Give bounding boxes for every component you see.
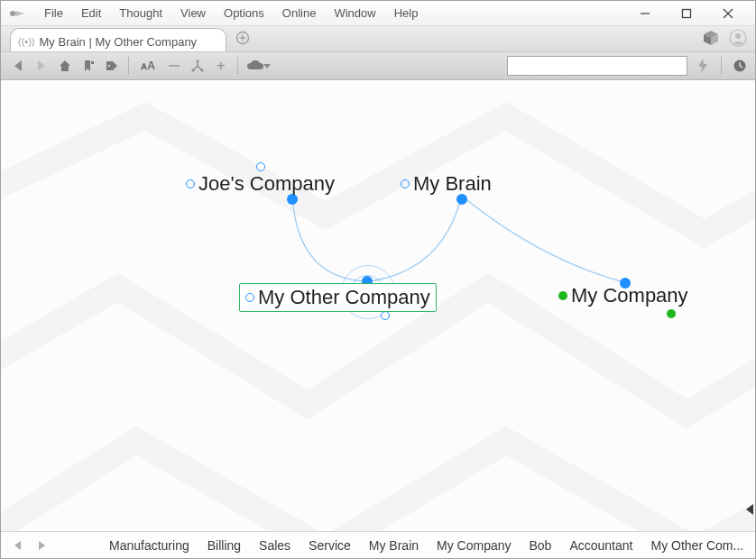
box-icon[interactable] — [701, 28, 721, 48]
svg-marker-14 — [14, 60, 22, 71]
crumb-item[interactable]: My Company — [437, 538, 511, 553]
layout-button[interactable] — [188, 56, 207, 76]
window-close-button[interactable] — [715, 5, 741, 23]
crumb-item[interactable]: Sales — [259, 538, 290, 553]
toolbar: ᴀA + — [1, 51, 755, 80]
window-maximize-button[interactable] — [674, 5, 699, 23]
svg-point-13 — [735, 33, 741, 39]
map-pin-icon[interactable] — [78, 56, 98, 76]
svg-rect-17 — [91, 61, 94, 64]
node-gate-icon — [401, 179, 410, 188]
history-forward-button[interactable] — [32, 536, 51, 555]
svg-marker-28 — [698, 59, 707, 73]
crumb-item[interactable]: Bob — [530, 538, 552, 553]
thought-node-my-company[interactable]: My Company — [558, 284, 688, 307]
wander-button[interactable] — [164, 56, 184, 76]
node-child-dot-icon[interactable] — [667, 309, 676, 318]
app-logo-icon — [6, 4, 26, 23]
svg-point-25 — [192, 69, 195, 72]
menu-options[interactable]: Options — [215, 5, 273, 22]
breadcrumb-history: Manufacturing Billing Sales Service My B… — [55, 538, 748, 553]
thought-node-joes-company[interactable]: Joe's Company — [186, 172, 335, 196]
add-tab-button[interactable] — [235, 31, 250, 48]
svg-marker-27 — [263, 64, 271, 69]
tab-title: My Brain | My Other Company — [40, 35, 198, 49]
crumb-item[interactable]: My Brain — [369, 538, 419, 553]
node-label: My Brain — [413, 172, 492, 196]
font-size-button[interactable]: ᴀA — [135, 56, 161, 76]
toolbar-separator — [128, 57, 129, 75]
svg-marker-15 — [38, 60, 45, 71]
svg-point-24 — [197, 60, 199, 63]
plex-canvas[interactable]: Joe's Company My Brain My Other Company … — [1, 80, 755, 531]
nav-forward-button[interactable] — [32, 56, 51, 76]
menu-file[interactable]: File — [35, 5, 72, 22]
toolbar-separator — [721, 57, 722, 75]
thought-node-my-brain[interactable]: My Brain — [401, 172, 492, 196]
tag-icon[interactable] — [102, 56, 122, 76]
user-avatar-icon[interactable] — [728, 28, 748, 48]
thought-node-my-other-company-active[interactable]: My Other Company — [239, 283, 437, 312]
clock-icon[interactable] — [730, 56, 750, 76]
svg-rect-3 — [683, 10, 691, 18]
node-gate-icon — [245, 293, 254, 302]
crumb-item[interactable]: Manufacturing — [109, 538, 189, 553]
node-type-dot-icon — [558, 291, 567, 300]
menu-window[interactable]: Window — [325, 5, 384, 22]
zoom-in-button[interactable]: + — [211, 56, 231, 76]
link-gate[interactable] — [256, 162, 265, 171]
instant-activate-icon[interactable] — [693, 56, 713, 76]
menu-view[interactable]: View — [171, 5, 215, 22]
svg-point-0 — [10, 11, 15, 16]
broadcast-icon: ((•)) — [18, 36, 35, 47]
window-minimize-button[interactable] — [632, 5, 658, 23]
crumb-item[interactable]: My Other Com... — [650, 538, 743, 553]
history-back-button[interactable] — [8, 536, 28, 555]
node-gate-icon — [186, 179, 195, 188]
menu-edit[interactable]: Edit — [72, 5, 110, 22]
cloud-sync-button[interactable] — [244, 56, 272, 76]
tab-strip: ((•)) My Brain | My Other Company — [1, 26, 755, 51]
svg-marker-33 — [39, 541, 45, 550]
nav-back-button[interactable] — [8, 56, 28, 76]
menu-bar: File Edit Thought View Options Online Wi… — [1, 1, 755, 26]
node-label: Joe's Company — [198, 172, 335, 196]
app-window: File Edit Thought View Options Online Wi… — [0, 0, 756, 559]
svg-marker-32 — [14, 541, 21, 550]
crumb-item[interactable]: Service — [309, 538, 351, 553]
menu-online[interactable]: Online — [273, 5, 326, 22]
menu-help[interactable]: Help — [385, 5, 428, 22]
crumb-item[interactable]: Accountant — [569, 538, 632, 553]
canvas-scroll-right-icon[interactable] — [746, 504, 753, 515]
crumb-item[interactable]: Billing — [207, 538, 241, 553]
svg-marker-1 — [15, 11, 24, 16]
node-label: My Other Company — [258, 286, 430, 309]
search-input[interactable] — [507, 56, 687, 76]
footer-bar: Manufacturing Billing Sales Service My B… — [1, 531, 755, 558]
svg-point-26 — [201, 69, 204, 72]
tab-active[interactable]: ((•)) My Brain | My Other Company — [10, 28, 226, 51]
menu-thought[interactable]: Thought — [110, 5, 171, 22]
link-gate[interactable] — [381, 311, 390, 320]
svg-marker-16 — [60, 60, 70, 71]
toolbar-separator — [237, 57, 238, 75]
svg-point-19 — [108, 65, 111, 68]
home-button[interactable] — [55, 56, 75, 76]
node-label: My Company — [571, 284, 688, 307]
